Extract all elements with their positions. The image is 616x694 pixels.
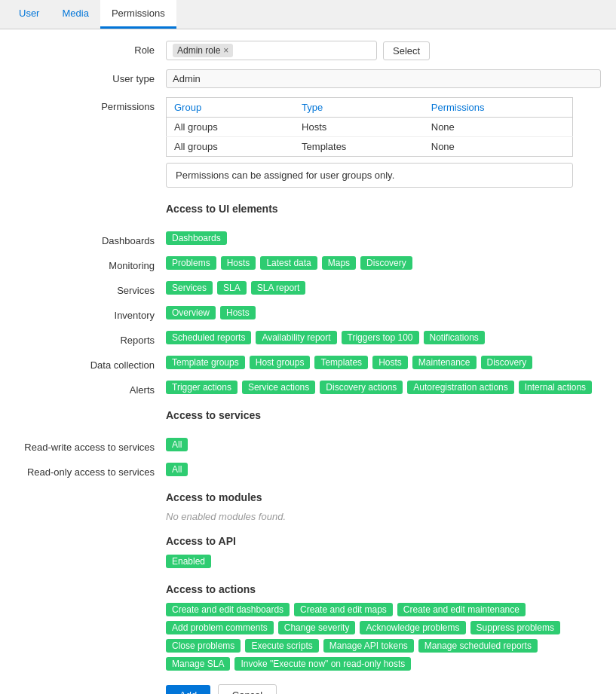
tag: Templates xyxy=(314,356,368,369)
tabs-bar: User Media Permissions xyxy=(0,0,616,29)
access-actions-heading: Access to actions xyxy=(166,583,601,595)
table-row: All groupsHostsNone xyxy=(167,118,573,137)
tag: Manage scheduled reports xyxy=(418,639,538,653)
spacer-modules xyxy=(15,488,166,491)
form-actions: Add Cancel xyxy=(15,684,601,694)
tag: Execute scripts xyxy=(245,639,318,653)
services-tags: ServicesSLASLA report xyxy=(166,281,601,297)
tab-media[interactable]: Media xyxy=(51,0,100,29)
tag: SLA xyxy=(217,281,247,295)
tag: Change severity xyxy=(278,621,356,634)
tag: Autoregistration actions xyxy=(407,381,513,394)
data-collection-label: Data collection xyxy=(15,356,166,371)
tag: SLA report xyxy=(251,281,306,295)
spacer-actions xyxy=(15,579,166,583)
tag: Availability report xyxy=(256,331,336,344)
tag: Create and edit dashboards xyxy=(166,603,290,616)
role-label: Role xyxy=(15,41,166,56)
tag: Latest data xyxy=(260,256,317,270)
role-tag-input[interactable]: Admin role × xyxy=(166,41,377,60)
data-collection-tags: Template groupsHost groupsTemplatesHosts… xyxy=(166,356,601,371)
tag: Close problems xyxy=(166,639,241,653)
permissions-table: Group Type Permissions All groupsHostsNo… xyxy=(166,97,573,157)
spacer-ui xyxy=(15,199,166,203)
dashboards-tags: Dashboards xyxy=(166,231,601,247)
add-button[interactable]: Add xyxy=(166,685,210,694)
tag: Template groups xyxy=(166,356,245,369)
no-modules-text: No enabled modules found. xyxy=(166,511,601,522)
tag: Internal actions xyxy=(519,381,592,394)
tag: Discovery actions xyxy=(320,381,403,394)
ro-services-tags: All xyxy=(166,463,601,478)
col-permissions: Permissions xyxy=(424,98,573,118)
role-tag: Admin role × xyxy=(173,44,233,57)
col-type: Type xyxy=(294,98,424,118)
access-services-heading: Access to services xyxy=(166,409,601,421)
tag: Notifications xyxy=(424,331,485,344)
monitoring-label: Monitoring xyxy=(15,256,166,271)
tag: Scheduled reports xyxy=(166,331,251,344)
tab-permissions[interactable]: Permissions xyxy=(100,0,176,29)
role-tag-close-icon[interactable]: × xyxy=(223,45,228,56)
inventory-tags: OverviewHosts xyxy=(166,306,601,322)
inventory-label: Inventory xyxy=(15,306,166,321)
tag: Problems xyxy=(166,256,216,270)
tag: Discovery xyxy=(481,356,533,369)
tag: Add problem comments xyxy=(166,621,274,634)
col-group: Group xyxy=(167,98,295,118)
permissions-note: Permissions can be assigned for user gro… xyxy=(166,163,573,188)
dashboards-label: Dashboards xyxy=(15,231,166,246)
reports-label: Reports xyxy=(15,331,166,346)
cancel-button[interactable]: Cancel xyxy=(218,684,277,694)
tag: Host groups xyxy=(250,356,311,369)
tag: Invoke "Execute now" on read-only hosts xyxy=(234,657,411,671)
services-label: Services xyxy=(15,281,166,296)
tag: Dashboards xyxy=(166,231,227,245)
access-api-heading: Access to API xyxy=(166,535,601,547)
tag: Manage API tokens xyxy=(323,639,414,653)
spacer-services xyxy=(15,405,166,409)
tag: Create and edit maintenance xyxy=(397,603,526,616)
rw-services-label: Read-write access to services xyxy=(15,438,166,453)
select-button[interactable]: Select xyxy=(383,41,430,60)
tag: All xyxy=(166,463,188,476)
tag: Hosts xyxy=(221,256,256,270)
tag: Suppress problems xyxy=(470,621,560,634)
tab-user[interactable]: User xyxy=(8,0,51,29)
tag: Hosts xyxy=(372,356,408,369)
tag: Triggers top 100 xyxy=(342,331,419,344)
access-ui-heading: Access to UI elements xyxy=(166,203,601,215)
table-row: All groupsTemplatesNone xyxy=(167,137,573,157)
tag: Service actions xyxy=(242,381,315,394)
tag: Overview xyxy=(166,306,216,319)
user-type-label: User type xyxy=(15,69,166,84)
tag: Manage SLA xyxy=(166,657,230,671)
tag: Maintenance xyxy=(412,356,477,369)
rw-services-tags: All xyxy=(166,438,601,454)
alerts-tags: Trigger actionsService actionsDiscovery … xyxy=(166,381,601,396)
reports-tags: Scheduled reportsAvailability reportTrig… xyxy=(166,331,601,347)
permissions-label: Permissions xyxy=(15,97,166,112)
alerts-label: Alerts xyxy=(15,381,166,396)
actions-tags: Create and edit dashboardsCreate and edi… xyxy=(166,603,601,673)
monitoring-tags: ProblemsHostsLatest dataMapsDiscovery xyxy=(166,256,601,272)
user-type-value: Admin xyxy=(166,69,601,88)
api-enabled-tags: Enabled xyxy=(166,555,601,570)
spacer-api xyxy=(15,531,166,535)
ro-services-label: Read-only access to services xyxy=(15,463,166,478)
tag: Maps xyxy=(322,256,356,270)
tag: Trigger actions xyxy=(166,381,238,394)
tag: All xyxy=(166,438,188,451)
tag: Create and edit maps xyxy=(294,603,393,616)
tag: Services xyxy=(166,281,213,295)
access-modules-heading: Access to modules xyxy=(166,491,601,503)
tag: Discovery xyxy=(360,256,412,270)
tag: Hosts xyxy=(220,306,256,319)
tag: Acknowledge problems xyxy=(360,621,465,634)
tag: Enabled xyxy=(166,555,211,568)
